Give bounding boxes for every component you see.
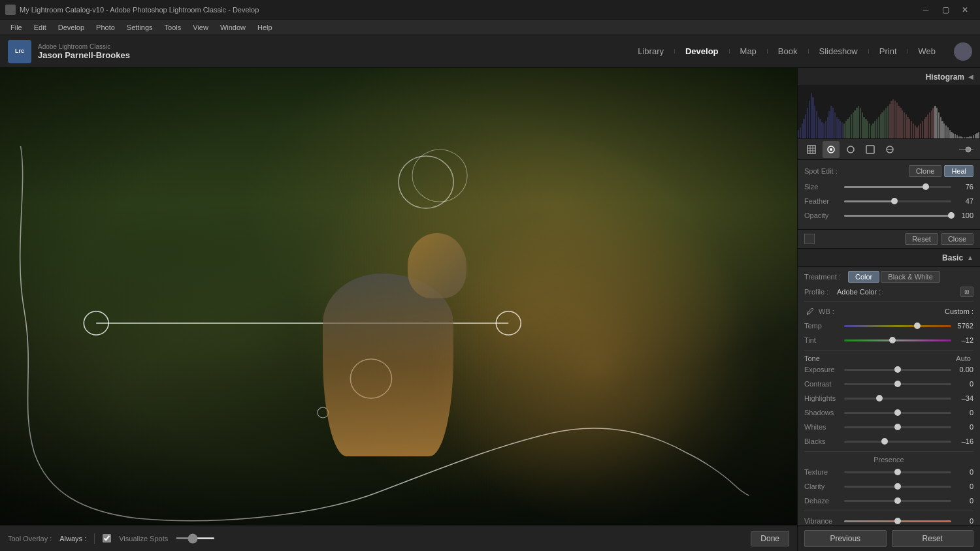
wb-eyedropper-button[interactable]: 🖊 xyxy=(804,306,816,317)
opacity-track[interactable] xyxy=(844,215,951,217)
feather-thumb xyxy=(891,198,898,204)
svg-rect-7 xyxy=(808,146,815,153)
basic-header[interactable]: Basic ▲ xyxy=(798,249,980,267)
visualize-spots-checkbox[interactable] xyxy=(103,534,111,543)
opacity-row: Opacity 100 xyxy=(804,210,973,221)
window-title: My Lightroom Catalog-v10 - Adobe Photosh… xyxy=(20,6,916,14)
histogram-header[interactable]: Histogram ◀ xyxy=(798,68,980,86)
panel-reset-button[interactable]: Reset xyxy=(892,530,974,547)
dehaze-value: 0 xyxy=(955,497,973,505)
contrast-row: Contrast 0 xyxy=(804,378,973,390)
svg-point-13 xyxy=(830,148,832,151)
temp-label: Temp xyxy=(804,322,840,330)
photo-image xyxy=(0,68,797,525)
visualize-slider[interactable] xyxy=(176,537,215,539)
menu-bar: File Edit Develop Photo Settings Tools V… xyxy=(0,20,980,35)
temp-track[interactable] xyxy=(844,325,951,327)
spot-removal-tool-button[interactable] xyxy=(823,141,840,158)
profile-grid-button[interactable]: ⊞ xyxy=(960,287,973,297)
nav-map[interactable]: Map xyxy=(730,44,767,59)
bw-treatment-button[interactable]: Black & White xyxy=(881,271,939,283)
close-button[interactable]: ✕ xyxy=(955,0,975,20)
grid-tool-button[interactable] xyxy=(803,141,820,158)
clone-button[interactable]: Clone xyxy=(909,165,942,177)
reset-spot-button[interactable]: Reset xyxy=(905,233,938,245)
redeye-tool-button[interactable] xyxy=(842,141,859,158)
exposure-track[interactable] xyxy=(844,369,951,371)
nav-slideshow[interactable]: Slideshow xyxy=(809,44,868,59)
menu-help[interactable]: Help xyxy=(252,22,278,33)
divider-2 xyxy=(804,350,973,351)
done-button[interactable]: Done xyxy=(751,531,789,546)
menu-edit[interactable]: Edit xyxy=(29,22,52,33)
menu-file[interactable]: File xyxy=(5,22,27,33)
shadows-value: 0 xyxy=(955,409,973,417)
user-avatar[interactable] xyxy=(954,42,972,61)
tool-overlay-value[interactable]: Always : xyxy=(59,535,86,543)
blacks-thumb xyxy=(881,438,888,445)
window-controls: ─ ▢ ✕ xyxy=(916,0,975,20)
histogram-title: Histogram xyxy=(804,72,964,82)
wb-value[interactable]: Custom : xyxy=(945,307,973,315)
size-track[interactable] xyxy=(844,186,951,188)
app-logo: Lrc xyxy=(8,40,31,63)
clarity-track[interactable] xyxy=(844,486,951,488)
graduated-filter-button[interactable] xyxy=(881,141,898,158)
masking-tool-button[interactable] xyxy=(862,141,879,158)
menu-tools[interactable]: Tools xyxy=(159,22,187,33)
color-treatment-button[interactable]: Color xyxy=(848,271,879,283)
nav-book[interactable]: Book xyxy=(768,44,808,59)
menu-window[interactable]: Window xyxy=(215,22,251,33)
svg-point-14 xyxy=(847,146,854,153)
dehaze-row: Dehaze 0 xyxy=(804,495,973,507)
spot-edit-header-row: Spot Edit : Clone Heal xyxy=(804,165,973,177)
feather-track[interactable] xyxy=(844,200,951,202)
bottom-toolbar: Tool Overlay : Always : Visualize Spots … xyxy=(0,525,797,551)
nav-print[interactable]: Print xyxy=(869,44,907,59)
exposure-value: 0.00 xyxy=(955,366,973,373)
feather-row: Feather 47 xyxy=(804,195,973,207)
dehaze-track[interactable] xyxy=(844,500,951,502)
menu-develop[interactable]: Develop xyxy=(53,22,90,33)
exposure-label: Exposure xyxy=(804,366,840,373)
heal-button[interactable]: Heal xyxy=(944,165,973,177)
previous-button[interactable]: Previous xyxy=(804,530,887,547)
menu-photo[interactable]: Photo xyxy=(91,22,120,33)
tone-auto-button[interactable]: Auto xyxy=(953,354,973,362)
texture-row: Texture 0 xyxy=(804,466,973,478)
menu-settings[interactable]: Settings xyxy=(122,22,158,33)
divider-4 xyxy=(804,511,973,511)
nav-library[interactable]: Library xyxy=(627,44,674,59)
nav-develop[interactable]: Develop xyxy=(675,44,729,59)
opacity-fill xyxy=(844,215,951,217)
whites-track[interactable] xyxy=(844,426,951,428)
shadows-label: Shadows xyxy=(804,409,840,417)
blacks-track[interactable] xyxy=(844,441,951,443)
vibrance-track[interactable] xyxy=(844,520,951,522)
texture-label: Texture xyxy=(804,468,840,476)
highlights-track[interactable] xyxy=(844,398,951,400)
contrast-track[interactable] xyxy=(844,383,951,385)
spot-edit-label: Spot Edit : xyxy=(804,167,843,175)
clarity-row: Clarity 0 xyxy=(804,480,973,492)
basic-body: Treatment : Color Black & White Profile … xyxy=(798,267,980,525)
maximize-button[interactable]: ▢ xyxy=(936,0,955,20)
tint-value: –12 xyxy=(955,336,973,344)
temp-row: Temp 5762 xyxy=(804,320,973,332)
spot-edit-section: Spot Edit : Clone Heal Size 76 Feather xyxy=(798,160,980,230)
feather-fill xyxy=(844,200,894,202)
size-value: 76 xyxy=(955,183,973,191)
shadows-track[interactable] xyxy=(844,412,951,414)
color-swatch xyxy=(804,234,815,244)
divider-3 xyxy=(804,451,973,452)
profile-value[interactable]: Adobe Color : xyxy=(837,288,960,296)
adjustment-slider-button[interactable] xyxy=(958,141,975,158)
tint-track[interactable] xyxy=(844,339,951,341)
menu-view[interactable]: View xyxy=(188,22,214,33)
main-content: Tool Overlay : Always : Visualize Spots … xyxy=(0,68,980,551)
texture-track[interactable] xyxy=(844,471,951,473)
whites-label: Whites xyxy=(804,423,840,431)
nav-web[interactable]: Web xyxy=(908,44,947,59)
close-spot-button[interactable]: Close xyxy=(941,233,973,245)
minimize-button[interactable]: ─ xyxy=(916,0,936,20)
